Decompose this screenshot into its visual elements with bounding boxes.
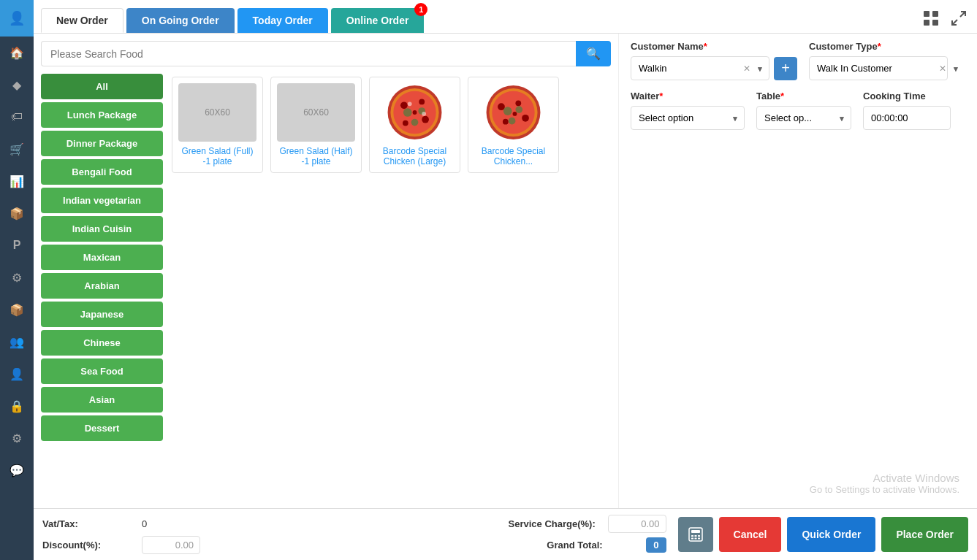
- category-btn-japanese[interactable]: Japanese: [41, 302, 163, 327]
- sidebar-logo: 👤: [0, 0, 34, 37]
- vat-label: Vat/Tax:: [42, 518, 130, 529]
- sidebar-item-cart[interactable]: 🛒: [0, 133, 34, 165]
- food-name-4: Barcode Special Chicken...: [474, 146, 552, 166]
- sidebar-item-gear[interactable]: ⚙: [0, 422, 34, 454]
- svg-rect-1: [932, 11, 938, 17]
- svg-point-9: [400, 101, 408, 109]
- tab-ongoing-order[interactable]: On Going Order: [126, 8, 235, 33]
- category-btn-maxican[interactable]: Maxican: [41, 245, 163, 270]
- cooking-time-group: Cooking Time: [863, 91, 965, 130]
- sidebar-item-settings[interactable]: ⚙: [0, 261, 34, 294]
- customer-name-group: Customer Name* ✕ ▼ +: [631, 41, 797, 80]
- sidebar-item-chat[interactable]: 💬: [0, 454, 34, 486]
- quick-order-button[interactable]: Quick Order: [787, 517, 875, 552]
- cooking-time-input[interactable]: [863, 106, 951, 130]
- food-card-3[interactable]: Barcode Special Chicken (Large): [369, 77, 460, 173]
- search-bar: 🔍: [41, 41, 611, 66]
- food-card-4[interactable]: Barcode Special Chicken...: [468, 77, 559, 173]
- customer-name-label: Customer Name*: [631, 41, 797, 52]
- customer-name-chevron-icon: ▼: [756, 64, 764, 72]
- tab-online-order[interactable]: Online Order 1: [331, 8, 425, 33]
- sidebar-item-p[interactable]: P: [0, 229, 34, 261]
- category-btn-chinese[interactable]: Chinese: [41, 330, 163, 356]
- svg-point-26: [513, 112, 517, 116]
- service-charge-input[interactable]: [608, 515, 666, 533]
- sidebar-item-tag[interactable]: 🏷: [0, 101, 34, 133]
- svg-point-23: [515, 100, 521, 106]
- add-customer-button[interactable]: +: [774, 57, 797, 80]
- sidebar-item-box[interactable]: 📦: [0, 197, 34, 229]
- table-select[interactable]: Select op...: [756, 106, 851, 130]
- customer-type-clear[interactable]: ✕: [939, 64, 946, 74]
- cancel-button[interactable]: Cancel: [719, 517, 782, 552]
- food-card-1[interactable]: 60X60 Green Salad (Full) -1 plate: [172, 77, 263, 173]
- svg-rect-3: [932, 20, 938, 26]
- category-btn-dessert[interactable]: Dessert: [41, 415, 163, 441]
- food-panel: All Lunch Package Dinner Package Bengali…: [41, 74, 611, 501]
- category-btn-all[interactable]: All: [41, 74, 163, 99]
- waiter-select[interactable]: Select option: [631, 106, 745, 130]
- svg-point-28: [515, 106, 522, 113]
- search-button[interactable]: 🔍: [576, 41, 611, 66]
- customer-type-group: Customer Type* ✕ ▼: [809, 41, 965, 80]
- sidebar-item-box2[interactable]: 📦: [0, 294, 34, 326]
- food-image-1: 60X60: [178, 83, 256, 142]
- sidebar-item-lock[interactable]: 🔒: [0, 390, 34, 422]
- food-image-2: 60X60: [277, 83, 355, 142]
- required-marker: *: [704, 41, 707, 52]
- expand-icon[interactable]: [948, 7, 970, 33]
- food-card-2[interactable]: 60X60 Green Salad (Half) -1 plate: [270, 77, 362, 173]
- calculator-button[interactable]: [678, 517, 713, 552]
- grid-icon[interactable]: [920, 7, 942, 33]
- svg-line-5: [952, 20, 957, 25]
- activate-windows: Activate Windows Go to Settings to activ…: [631, 466, 965, 501]
- vat-value: 0: [142, 518, 147, 529]
- category-btn-dinner-package[interactable]: Dinner Package: [41, 131, 163, 156]
- category-btn-indian-veg[interactable]: Indian vegetarian: [41, 188, 163, 213]
- sidebar-item-diamond[interactable]: ◆: [0, 69, 34, 101]
- customer-type-select-wrapper: ✕ ▼: [809, 56, 965, 80]
- sidebar-item-chart[interactable]: 📊: [0, 165, 34, 197]
- category-btn-asian[interactable]: Asian: [41, 387, 163, 413]
- tabs-right-icons: [920, 7, 970, 33]
- discount-label: Discount(%):: [42, 540, 130, 551]
- svg-point-27: [503, 107, 512, 115]
- svg-rect-36: [694, 538, 696, 540]
- svg-rect-2: [924, 20, 930, 26]
- svg-point-11: [422, 116, 429, 123]
- required-marker-3: *: [659, 91, 663, 101]
- svg-point-25: [503, 119, 509, 125]
- sidebar-item-home[interactable]: 🏠: [0, 37, 34, 69]
- category-btn-indian-cuisin[interactable]: Indian Cuisin: [41, 216, 163, 242]
- table-label: Table*: [756, 91, 851, 101]
- svg-point-10: [419, 99, 425, 105]
- service-charge-label: Service Charge(%):: [509, 518, 596, 529]
- customer-name-select-wrapper: ✕ ▼: [631, 56, 769, 80]
- online-order-label: Online Order: [346, 15, 409, 26]
- svg-point-29: [509, 118, 516, 125]
- waiter-row: Waiter* Select option ▼ Table*: [631, 91, 965, 130]
- category-btn-sea-food[interactable]: Sea Food: [41, 358, 163, 384]
- activate-windows-title: Activate Windows: [636, 472, 959, 484]
- svg-rect-0: [924, 11, 930, 17]
- search-input[interactable]: [41, 41, 576, 66]
- svg-point-18: [422, 112, 426, 116]
- category-btn-arabian[interactable]: Arabian: [41, 273, 163, 299]
- bottom-right: Cancel Quick Order Place Order: [666, 515, 968, 554]
- customer-name-clear[interactable]: ✕: [743, 64, 750, 74]
- waiter-select-wrapper: Select option ▼: [631, 106, 745, 130]
- sidebar-item-users[interactable]: 👥: [0, 326, 34, 358]
- tab-today-order[interactable]: Today Order: [237, 8, 328, 33]
- svg-rect-37: [698, 538, 700, 540]
- place-order-button[interactable]: Place Order: [881, 517, 968, 552]
- bottom-bar: Vat/Tax: 0 Service Charge(%): Discount(%…: [34, 508, 977, 560]
- sidebar-item-user[interactable]: 👤: [0, 358, 34, 390]
- required-marker-4: *: [780, 91, 784, 101]
- category-btn-lunch-package[interactable]: Lunch Package: [41, 102, 163, 128]
- discount-input[interactable]: [142, 536, 200, 554]
- svg-point-24: [522, 115, 529, 122]
- tab-new-order[interactable]: New Order: [41, 8, 123, 33]
- category-btn-bengali-food[interactable]: Bengali Food: [41, 159, 163, 185]
- customer-type-input[interactable]: [809, 56, 948, 80]
- bottom-left: Vat/Tax: 0 Service Charge(%): Discount(%…: [42, 515, 666, 554]
